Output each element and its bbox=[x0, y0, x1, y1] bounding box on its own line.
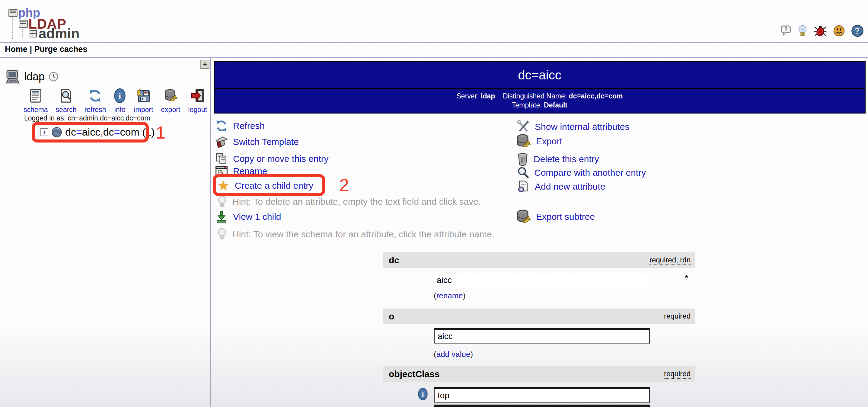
o-value-input[interactable] bbox=[434, 328, 650, 344]
logo-dotted-connector bbox=[12, 17, 13, 39]
attribute-name[interactable]: dc bbox=[389, 255, 399, 265]
schema-icon bbox=[28, 88, 43, 103]
svg-text:?: ? bbox=[801, 27, 804, 32]
breadcrumb-divider: | bbox=[30, 45, 32, 54]
menu-item-label[interactable]: Refresh bbox=[233, 121, 265, 131]
sidebar-tool-refresh[interactable]: refresh bbox=[85, 88, 106, 114]
paren-close: ) bbox=[463, 291, 466, 300]
menu-item-export[interactable]: Export bbox=[516, 134, 562, 149]
annotation-box-2 bbox=[213, 174, 325, 196]
sidebar-tool-label[interactable]: export bbox=[161, 106, 180, 114]
objectclass-value-input[interactable] bbox=[434, 387, 650, 403]
template-value: Default bbox=[544, 101, 567, 109]
sidebar-tool-label[interactable]: refresh bbox=[85, 106, 106, 114]
tree-node-icon bbox=[8, 9, 18, 17]
entry-subtitle: Server: ldap Distinguished Name: dc=aicc… bbox=[215, 89, 865, 113]
entry-title: dc=aicc bbox=[215, 62, 865, 89]
attribute-name[interactable]: objectClass bbox=[389, 369, 439, 379]
menu-item-label[interactable]: Copy or move this entry bbox=[233, 154, 329, 164]
sidebar-tool-label[interactable]: logout bbox=[188, 106, 207, 114]
sidebar-tool-label[interactable]: info bbox=[114, 106, 126, 114]
required-marker: * bbox=[684, 272, 688, 284]
sidebar-tool-import[interactable]: import bbox=[134, 88, 153, 114]
header-rule-top bbox=[0, 42, 868, 43]
menu-item-label[interactable]: Delete this entry bbox=[534, 154, 599, 164]
export-icon bbox=[163, 88, 178, 103]
grid-node-icon bbox=[30, 30, 37, 37]
app-logo: php LDAP admin bbox=[5, 2, 77, 41]
report-bug-icon[interactable] bbox=[814, 25, 827, 37]
paren-close: ) bbox=[470, 350, 473, 359]
sidebar-tool-search[interactable]: search bbox=[56, 88, 77, 114]
menu-item-show-internal[interactable]: Show internal attributes bbox=[517, 120, 629, 134]
help-globe-icon[interactable]: ? ? bbox=[851, 25, 864, 37]
menu-item-switch-template[interactable]: Switch Template bbox=[215, 135, 299, 149]
svg-text:?: ? bbox=[855, 26, 860, 36]
hint-view-schema: Hint: To view the schema for an attribut… bbox=[217, 227, 494, 241]
info-icon[interactable]: i bbox=[418, 388, 428, 400]
sidebar-divider[interactable] bbox=[210, 58, 211, 407]
sidebar-tool-label[interactable]: schema bbox=[24, 106, 48, 114]
export-db-icon bbox=[516, 209, 531, 225]
hint-bulb-icon bbox=[217, 228, 227, 241]
menu-item-add-attribute[interactable]: Add new attribute bbox=[517, 179, 605, 194]
add-attribute-icon bbox=[517, 180, 530, 193]
sidebar-tool-schema[interactable]: schema bbox=[24, 88, 48, 114]
idea-bulb-icon[interactable]: ? bbox=[797, 25, 808, 37]
search-icon bbox=[59, 88, 73, 103]
logo-admin: admin bbox=[39, 27, 80, 40]
sidebar-tool-export[interactable]: export bbox=[161, 88, 180, 114]
logout-icon bbox=[190, 88, 205, 103]
trash-icon bbox=[517, 152, 529, 166]
magnifier-icon bbox=[517, 166, 529, 179]
menu-item-label[interactable]: Show internal attributes bbox=[535, 122, 629, 132]
template-label: Template: bbox=[512, 101, 542, 109]
sidebar-tool-logout[interactable]: logout bbox=[188, 88, 207, 114]
header-icon-bar: ? ? bbox=[780, 25, 861, 37]
sidebar-tool-info[interactable]: i info bbox=[114, 88, 126, 114]
menu-item-refresh[interactable]: Refresh bbox=[215, 119, 265, 133]
rename-link[interactable]: rename bbox=[436, 291, 463, 300]
dn-label: Distinguished Name: bbox=[503, 92, 567, 100]
menu-item-delete[interactable]: Delete this entry bbox=[517, 152, 599, 166]
attribute-flags: required bbox=[664, 312, 690, 321]
add-value-link[interactable]: add value bbox=[436, 350, 470, 359]
faq-bubble-icon[interactable]: ? bbox=[780, 25, 791, 36]
menu-item-view-children[interactable]: View 1 child bbox=[215, 209, 281, 224]
donate-smiley-icon[interactable] bbox=[833, 25, 845, 37]
menu-item-label[interactable]: View 1 child bbox=[233, 212, 281, 222]
attribute-header-dc: dc required, rdn bbox=[383, 253, 695, 268]
menu-item-label[interactable]: Switch Template bbox=[233, 137, 299, 147]
logged-in-status: Logged in as: cn=admin,dc=aicc,dc=com bbox=[24, 114, 150, 122]
add-value-action: (add value) bbox=[434, 350, 473, 359]
attribute-name[interactable]: o bbox=[389, 311, 394, 322]
phpldapadmin-page: { "logo": {"line1": "php", "line2": "LDA… bbox=[0, 0, 868, 407]
refresh-icon bbox=[215, 119, 228, 133]
annotation-number-2: 2 bbox=[339, 176, 349, 194]
sidebar-tool-label[interactable]: search bbox=[56, 106, 77, 114]
dc-value-field[interactable] bbox=[434, 274, 650, 286]
menu-item-export-subtree[interactable]: Export subtree bbox=[516, 209, 595, 224]
menu-item-compare[interactable]: Compare with another entry bbox=[517, 166, 646, 180]
entry-header: dc=aicc Server: ldap Distinguished Name:… bbox=[214, 61, 866, 114]
menu-item-label[interactable]: Add new attribute bbox=[535, 181, 605, 192]
annotation-number-1: 1 bbox=[156, 124, 165, 141]
server-name[interactable]: ldap bbox=[24, 70, 45, 83]
server-row: ldap bbox=[5, 69, 59, 85]
menu-item-label[interactable]: Export subtree bbox=[536, 212, 595, 222]
import-icon bbox=[136, 88, 151, 103]
info-icon: i bbox=[114, 88, 126, 103]
purge-caches-link[interactable]: Purge caches bbox=[34, 45, 88, 54]
paren-open: ( bbox=[434, 291, 436, 300]
home-link[interactable]: Home bbox=[5, 45, 28, 54]
sidebar-tool-label[interactable]: import bbox=[134, 106, 153, 114]
menu-item-label[interactable]: Compare with another entry bbox=[534, 168, 646, 178]
hint-bulb-icon bbox=[217, 195, 227, 208]
switch-template-icon bbox=[215, 135, 228, 149]
attribute-flags: required bbox=[664, 369, 690, 379]
objectclass-next-input-partial[interactable] bbox=[434, 405, 650, 407]
tree-node-icon bbox=[19, 20, 28, 28]
tree-expand-all-button[interactable]: + bbox=[200, 60, 210, 69]
tools-icon bbox=[517, 120, 530, 134]
menu-item-label[interactable]: Export bbox=[536, 136, 562, 146]
